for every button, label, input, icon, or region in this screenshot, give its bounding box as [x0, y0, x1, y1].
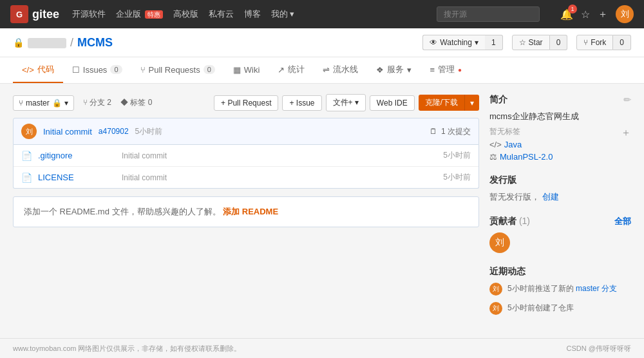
tab-services[interactable]: ❖ 服务 ▾ [367, 57, 421, 83]
manage-icon: ≡ [430, 65, 435, 75]
tags-count[interactable]: ◆ 标签 0 [120, 97, 152, 108]
lang-link[interactable]: Java [504, 140, 522, 149]
readme-text: 添加一个 README.md 文件，帮助感兴趣的人了解。 [24, 207, 221, 216]
code-icon-small: </> [489, 140, 502, 149]
clone-btn-group: 克隆/下载 ▾ [419, 95, 479, 111]
branch-bar: ⑂ master 🔒 ▾ ⑂ 分支 2 ◆ 标签 0 + Pull Reques… [13, 94, 479, 111]
plus-icon[interactable]: ＋ [598, 8, 608, 21]
watching-button[interactable]: 👁 Watching ▾ [422, 35, 485, 50]
branch-lock-icon: 🔒 [52, 99, 62, 108]
nav-private-cloud[interactable]: 私有云 [209, 8, 234, 20]
right-icons: 🔔 1 ☆ ＋ 刘 [560, 5, 634, 23]
webide-button[interactable]: Web IDE [370, 95, 415, 111]
star-button[interactable]: ☆ Star [512, 35, 550, 50]
stats-icon: ↗ [278, 65, 285, 75]
file-name[interactable]: LICENSE [38, 173, 115, 182]
repo-owner[interactable] [28, 36, 66, 50]
repo-sidebar: 简介 ✏ mcms企业静态官网生成 暂无标签 ＋ </> Java ⚖ Mula… [489, 94, 631, 328]
manage-dot: ● [458, 66, 462, 73]
logo-icon: G [10, 5, 28, 23]
star-count: 0 [550, 35, 568, 50]
add-tag-icon[interactable]: ＋ [621, 126, 631, 140]
nav-enterprise[interactable]: 企业版 特惠 [116, 8, 163, 20]
clone-button[interactable]: 克隆/下载 [419, 95, 464, 111]
services-icon: ❖ [376, 65, 384, 75]
tab-pipeline[interactable]: ⇌ 流水线 [314, 57, 367, 83]
branches-count[interactable]: ⑂ 分支 2 [83, 97, 111, 108]
file-commit: Initial commit [122, 151, 437, 160]
nav-blog[interactable]: 博客 [244, 8, 261, 20]
nav-mine[interactable]: 我的 ▾ [271, 8, 295, 20]
tab-stats[interactable]: ↗ 统计 [269, 57, 314, 83]
license-link[interactable]: MulanPSL-2.0 [500, 152, 553, 162]
file-button[interactable]: 文件+ ▾ [326, 94, 366, 111]
branch-selector[interactable]: ⑂ master 🔒 ▾ [13, 95, 74, 111]
file-name[interactable]: .gitignore [38, 151, 115, 160]
file-icon: 📄 [21, 151, 32, 161]
tab-code[interactable]: </> 代码 [13, 57, 63, 83]
clone-dropdown-button[interactable]: ▾ [464, 95, 479, 111]
repo-header: 🔒 / MCMS 👁 Watching ▾ 1 ☆ Star 0 ⑂ Fork … [0, 28, 644, 57]
file-time: 5小时前 [443, 172, 471, 183]
wiki-icon: ▦ [233, 65, 241, 75]
sidebar-contributors: 贡献者 (1) 全部 刘 [489, 216, 631, 253]
activity-item-2: 刘 5小时前创建了仓库 [489, 302, 631, 315]
top-navigation: G gitee 开源软件 企业版 特惠 高校版 私有云 博客 我的 ▾ 🔔 1 … [0, 0, 644, 28]
issue-button[interactable]: + Issue [282, 95, 321, 111]
fork-button[interactable]: ⑂ Fork [576, 35, 613, 50]
repo-name[interactable]: MCMS [77, 36, 113, 50]
contributors-title: 贡献者 (1) 全部 [489, 216, 631, 227]
tab-wiki[interactable]: ▦ Wiki [224, 57, 269, 83]
create-release-link[interactable]: 创建 [542, 192, 559, 202]
pr-icon: ⑂ [140, 65, 146, 75]
sidebar-intro: 简介 ✏ mcms企业静态官网生成 暂无标签 ＋ </> Java ⚖ Mula… [489, 94, 631, 162]
add-readme-link[interactable]: 添加 README [223, 207, 278, 216]
contributor-avatar[interactable]: 刘 [489, 232, 510, 253]
readme-banner: 添加一个 README.md 文件，帮助感兴趣的人了解。 添加 README [13, 196, 479, 227]
pull-request-button[interactable]: + Pull Request [214, 95, 278, 111]
code-icon: </> [22, 65, 34, 75]
user-avatar[interactable]: 刘 [616, 5, 634, 23]
branch-name: master [26, 99, 50, 108]
commit-count: 🗒 1 次提交 [430, 126, 471, 137]
nav-open-source[interactable]: 开源软件 [72, 8, 106, 20]
commit-hash[interactable]: a470902 [99, 127, 129, 136]
chevron-down-icon: ▾ [64, 99, 68, 108]
sidebar-releases: 发行版 暂无发行版， 创建 [489, 174, 631, 203]
branch-icon: ⑂ [19, 99, 23, 108]
branch-left: ⑂ master 🔒 ▾ ⑂ 分支 2 ◆ 标签 0 [13, 95, 152, 111]
file-icon: 📄 [21, 173, 32, 183]
sidebar-intro-title: 简介 ✏ [489, 94, 631, 106]
activity-title: 近期动态 [489, 266, 631, 278]
commit-message[interactable]: Initial commit [43, 127, 92, 137]
tab-manage[interactable]: ≡ 管理 ● [421, 57, 471, 83]
file-time: 5小时前 [443, 150, 471, 161]
tab-pull-requests[interactable]: ⑂ Pull Requests 0 [131, 57, 224, 83]
edit-icon[interactable]: ✏ [623, 95, 631, 105]
footer: www.toymoban.com 网络图片仅供展示，非存储，如有侵权请联系删除。… [0, 338, 644, 358]
nav-university[interactable]: 高校版 [173, 8, 198, 20]
notification-bell[interactable]: 🔔 1 [560, 8, 573, 21]
no-release-text: 暂无发行版， 创建 [489, 191, 631, 203]
activity-highlight-1[interactable]: master 分支 [576, 284, 617, 293]
no-tag-text: 暂无标签 ＋ [489, 126, 631, 137]
activity-avatar-1[interactable]: 刘 [489, 283, 502, 296]
table-row: 📄 .gitignore Initial commit 5小时前 [14, 145, 478, 167]
repo-actions: 👁 Watching ▾ 1 ☆ Star 0 ⑂ Fork 0 [422, 35, 631, 50]
search-input[interactable] [437, 6, 540, 22]
branch-right: + Pull Request + Issue 文件+ ▾ Web IDE 克隆/… [214, 94, 479, 111]
search-area [437, 6, 540, 22]
commit-count-icon: 🗒 [430, 127, 437, 136]
footer-right: CSDN @伟呀呀呀呀 [567, 344, 631, 353]
balance-icon: ⚖ [489, 152, 497, 162]
star-icon[interactable]: ☆ [581, 8, 590, 21]
nav-links: 开源软件 企业版 特惠 高校版 私有云 博客 我的 ▾ [72, 8, 424, 20]
logo[interactable]: G gitee [10, 5, 59, 23]
contributors-all-link[interactable]: 全部 [614, 216, 631, 227]
pipeline-icon: ⇌ [323, 65, 330, 75]
activity-avatar-2[interactable]: 刘 [489, 302, 502, 315]
main-content: ⑂ master 🔒 ▾ ⑂ 分支 2 ◆ 标签 0 + Pull Reques… [0, 84, 644, 338]
issues-icon: ☐ [72, 65, 80, 75]
commit-avatar[interactable]: 刘 [21, 124, 37, 139]
tab-issues[interactable]: ☐ Issues 0 [63, 57, 131, 83]
